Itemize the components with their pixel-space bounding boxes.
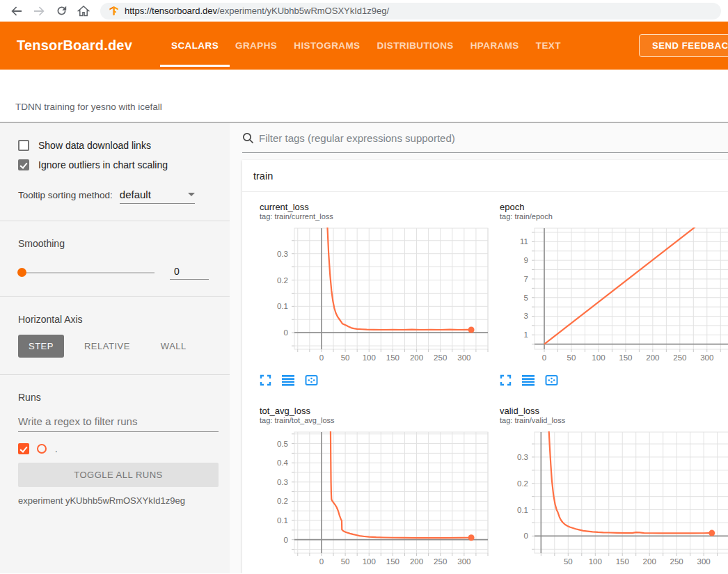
experiment-subheader: TDNN training for yesno with icefall (0, 70, 728, 123)
tab-text[interactable]: TEXT (528, 22, 569, 70)
section-header-train[interactable]: train (242, 160, 728, 192)
svg-text:300: 300 (700, 353, 713, 362)
svg-text:100: 100 (589, 557, 602, 566)
svg-text:0.1: 0.1 (517, 506, 528, 514)
line-chart[interactable]: 05010015020025030000.10.20.3 (260, 225, 482, 369)
settings-sidebar: Show data download links Ignore outliers… (0, 123, 230, 573)
svg-text:0: 0 (524, 532, 528, 540)
svg-text:150: 150 (386, 353, 399, 362)
axis-step-button[interactable]: STEP (18, 335, 64, 358)
svg-text:200: 200 (646, 353, 659, 362)
chart-tag: tag: train/valid_loss (500, 416, 728, 425)
tab-histograms[interactable]: HISTOGRAMS (285, 22, 368, 70)
run-item-row[interactable]: . (18, 443, 219, 454)
smoothing-value-input[interactable]: 0 (170, 266, 209, 280)
tooltip-sorting-select[interactable]: default (120, 189, 195, 204)
horizontal-axis-section: Horizontal Axis STEP RELATIVE WALL (0, 297, 230, 375)
tag-filter-row[interactable]: Filter tags (regular expressions support… (242, 123, 728, 153)
ignore-outliers-row[interactable]: Ignore outliers in chart scaling (18, 159, 219, 170)
send-feedback-button[interactable]: SEND FEEDBACK (639, 34, 728, 57)
show-download-links-checkbox[interactable] (18, 140, 29, 151)
svg-text:0: 0 (284, 328, 288, 337)
axis-wall-button[interactable]: WALL (150, 335, 197, 358)
data-table-icon[interactable] (282, 374, 294, 386)
svg-text:50: 50 (341, 557, 350, 566)
chart-title: valid_loss (500, 406, 728, 416)
ignore-outliers-checkbox[interactable] (18, 159, 29, 170)
svg-text:0.2: 0.2 (517, 479, 528, 488)
ignore-outliers-label: Ignore outliers in chart scaling (38, 159, 168, 170)
runs-section: Runs Write a regex to filter runs . TOGG… (0, 375, 230, 523)
svg-text:0: 0 (319, 353, 324, 362)
tag-filter-input[interactable]: Filter tags (regular expressions support… (259, 132, 455, 144)
svg-text:100: 100 (363, 557, 376, 566)
svg-text:0.1: 0.1 (277, 302, 288, 310)
svg-text:0.3: 0.3 (277, 250, 288, 258)
svg-text:0: 0 (319, 557, 324, 566)
chart-tag: tag: train/tot_avg_loss (260, 416, 482, 425)
run-checkbox[interactable] (18, 443, 29, 454)
general-settings-section: Show data download links Ignore outliers… (0, 123, 230, 221)
url-path: /experiment/yKUbhb5wRmOSXYkId1z9eg/ (217, 6, 389, 16)
fullscreen-icon[interactable] (260, 374, 271, 386)
tab-hparams[interactable]: HPARAMS (462, 22, 528, 70)
svg-text:50: 50 (567, 353, 576, 362)
svg-text:300: 300 (697, 557, 711, 566)
tab-scalars[interactable]: SCALARS (163, 22, 227, 70)
svg-text:7: 7 (524, 275, 528, 283)
show-download-links-label: Show data download links (38, 140, 151, 151)
svg-text:150: 150 (386, 557, 399, 566)
svg-text:150: 150 (619, 353, 632, 362)
show-download-links-row[interactable]: Show data download links (18, 140, 219, 151)
data-table-icon[interactable] (522, 374, 535, 386)
fullscreen-icon[interactable] (500, 374, 512, 386)
svg-text:100: 100 (592, 353, 605, 362)
forward-icon[interactable] (31, 3, 47, 19)
chart-current-loss: current_loss tag: train/current_loss 050… (242, 192, 482, 386)
charts-grid: current_loss tag: train/current_loss 050… (242, 192, 728, 573)
experiment-title: TDNN training for yesno with icefall (15, 102, 162, 112)
axis-relative-button[interactable]: RELATIVE (74, 335, 141, 358)
line-chart[interactable]: 05010015020025030000.10.20.30.40.5 (260, 429, 482, 573)
tab-distributions[interactable]: DISTRIBUTIONS (369, 22, 462, 70)
svg-text:200: 200 (643, 557, 656, 566)
smoothing-slider[interactable] (18, 272, 155, 273)
svg-text:250: 250 (434, 557, 447, 566)
line-chart[interactable]: 0501001502002503001357911 (500, 225, 728, 369)
smoothing-slider-thumb[interactable] (17, 268, 26, 277)
svg-text:100: 100 (363, 353, 376, 362)
svg-text:0.1: 0.1 (277, 516, 288, 525)
chart-valid-loss: valid_loss tag: train/valid_loss 5010015… (482, 396, 728, 573)
chart-title: tot_avg_loss (260, 406, 482, 416)
fit-data-icon[interactable] (545, 374, 558, 386)
chart-title: epoch (500, 202, 728, 212)
home-icon[interactable] (75, 3, 92, 19)
svg-text:50: 50 (564, 557, 573, 566)
train-section-card: train current_loss tag: train/current_lo… (242, 160, 728, 573)
main-nav: SCALARS GRAPHS HISTOGRAMS DISTRIBUTIONS … (163, 22, 569, 70)
chart-title: current_loss (260, 202, 482, 212)
svg-text:0.2: 0.2 (277, 276, 288, 285)
fit-data-icon[interactable] (305, 374, 318, 386)
svg-text:50: 50 (341, 353, 350, 362)
svg-text:5: 5 (524, 294, 528, 302)
app-header: TensorBoard.dev SCALARS GRAPHS HISTOGRAM… (0, 22, 728, 70)
svg-text:0: 0 (542, 353, 546, 362)
url-text: https://tensorboard.dev/experiment/yKUbh… (125, 6, 389, 16)
smoothing-section: Smoothing 0 (0, 221, 230, 297)
tensorboard-favicon (109, 6, 119, 16)
reload-icon[interactable] (53, 3, 70, 19)
svg-text:150: 150 (616, 557, 629, 566)
svg-text:0.2: 0.2 (277, 497, 288, 505)
address-bar[interactable]: https://tensorboard.dev/experiment/yKUbh… (100, 3, 721, 19)
svg-text:0.3: 0.3 (277, 478, 288, 486)
chart-tag: tag: train/current_loss (260, 212, 482, 221)
svg-text:300: 300 (457, 557, 470, 566)
svg-text:9: 9 (524, 256, 528, 264)
back-icon[interactable] (8, 3, 25, 19)
line-chart[interactable]: 5010015020025030000.10.20.3 (500, 429, 728, 573)
runs-filter-input[interactable]: Write a regex to filter runs (18, 415, 219, 432)
tab-graphs[interactable]: GRAPHS (227, 22, 285, 70)
toggle-all-runs-button[interactable]: TOGGLE ALL RUNS (18, 463, 219, 487)
chart-tag: tag: train/epoch (500, 212, 728, 221)
